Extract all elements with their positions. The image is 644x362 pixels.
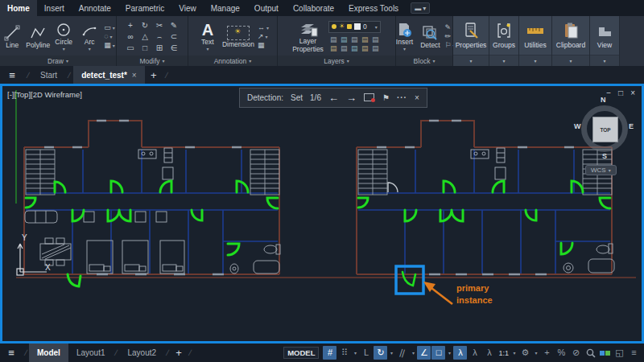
model-space-viewport[interactable]: Y X [-][Top][2D Wireframe] − □ × Detecti… [0, 84, 644, 343]
panel-label-block[interactable]: Block▾ [396, 56, 452, 66]
ribbon-tab-insert[interactable]: Insert [37, 0, 72, 16]
file-tab-menu-icon[interactable]: ≡ [0, 66, 24, 84]
chevron-down-icon[interactable]: ▾ [110, 35, 113, 39]
model-space-indicator[interactable]: MODEL [283, 347, 319, 359]
snap-toggle[interactable]: ⠿ [337, 346, 351, 360]
layer-tool-icon[interactable]: ▤ [361, 35, 369, 43]
tab-layout1[interactable]: Layout1 [68, 343, 114, 362]
customization-menu-icon[interactable]: ≡ [627, 346, 641, 360]
ribbon-tab-manage[interactable]: Manage [204, 0, 247, 16]
layer-tool-icon[interactable]: ▤ [341, 44, 348, 52]
panel-groups[interactable]: Groups ▾ [489, 16, 519, 66]
scale-icon[interactable]: □ [142, 43, 147, 52]
chevron-down-icon[interactable]: ▾ [446, 346, 452, 360]
offset-icon[interactable]: ⊂ [171, 32, 177, 41]
block-attrib-icon[interactable]: ✏ [444, 33, 451, 40]
ribbon-display-toggle[interactable]: ▬ ▾ [411, 2, 430, 14]
ortho-toggle[interactable]: L [359, 346, 373, 360]
viewcube-north[interactable]: N [601, 96, 606, 104]
hardware-acceleration-toggle[interactable] [598, 346, 612, 360]
line-button[interactable]: Line [1, 25, 23, 49]
chevron-down-icon[interactable]: ▾ [388, 346, 394, 360]
viewcube-west[interactable]: W [574, 122, 581, 130]
viewcube-south[interactable]: S [602, 152, 607, 160]
ribbon-tab-collaborate[interactable]: Collaborate [286, 0, 341, 16]
ribbon-tab-view[interactable]: View [171, 0, 204, 16]
chevron-down-icon[interactable]: ▾ [519, 55, 551, 66]
panel-utilities[interactable]: Utilities ▾ [519, 16, 552, 66]
chevron-down-icon[interactable]: ▾ [533, 346, 539, 360]
circle-button[interactable]: Circle ▾ [52, 22, 75, 51]
array-icon[interactable]: ⊞ [156, 43, 163, 52]
panel-properties[interactable]: Properties ▾ [453, 16, 489, 66]
chevron-down-icon[interactable]: ▾ [552, 55, 589, 66]
annotation-monitor-toggle[interactable]: + [540, 346, 554, 360]
ribbon-tab-annotate[interactable]: Annotate [72, 0, 118, 16]
panel-view[interactable]: View ▾ [590, 16, 620, 66]
tab-layout2[interactable]: Layout2 [119, 343, 164, 362]
primary-instance-box[interactable] [396, 266, 423, 294]
previous-instance-icon[interactable]: ← [328, 93, 339, 103]
insert-button[interactable]: Insert ▾ [393, 22, 415, 51]
detected-door-instances[interactable] [26, 181, 278, 286]
close-icon[interactable]: × [415, 93, 419, 102]
ribbon-tab-home[interactable]: Home [0, 0, 37, 16]
ribbon-tab-output[interactable]: Output [247, 0, 286, 16]
layer-tool-icon[interactable]: ▤ [361, 44, 369, 52]
panel-label-annotation[interactable]: Annotation▾ [188, 56, 277, 66]
detected-door-instances[interactable] [358, 181, 610, 254]
review-monitor-icon[interactable] [364, 93, 375, 102]
viewcube-east[interactable]: E [629, 122, 634, 130]
layer-tool-icon[interactable]: ▤ [341, 35, 348, 43]
rectangle-icon[interactable]: ▭ [104, 24, 111, 31]
trim-icon[interactable]: ✂ [156, 21, 163, 30]
chevron-down-icon[interactable]: ▾ [266, 26, 269, 31]
panel-clipboard[interactable]: Clipboard ▾ [552, 16, 590, 66]
viewcube-top-face[interactable]: TOP [592, 117, 618, 142]
linear-dim-icon[interactable]: ↔ [258, 24, 265, 31]
isolate-objects-toggle[interactable]: ⊘ [569, 346, 583, 360]
flag-icon[interactable]: ⚑ [382, 93, 390, 102]
layer-tool-icon[interactable]: ▤ [351, 35, 358, 43]
hatch-icon[interactable]: ▦ [104, 42, 111, 49]
magnifier-icon[interactable] [584, 346, 597, 360]
layer-dropdown[interactable]: ☀ 0 ▾ [328, 21, 381, 33]
chevron-down-icon[interactable]: ▾ [590, 55, 619, 66]
leader-icon[interactable]: ↗ [258, 33, 264, 40]
chevron-down-icon[interactable]: ▾ [489, 55, 518, 66]
block-flag-icon[interactable]: ⚐ [444, 42, 451, 49]
selection-cycling-toggle[interactable]: % [555, 346, 568, 360]
mirror-icon[interactable]: △ [142, 32, 148, 41]
copy-icon[interactable]: ∞ [127, 32, 133, 41]
chevron-down-icon[interactable]: ▾ [266, 35, 268, 39]
panel-label-modify[interactable]: Modify▾ [117, 56, 188, 66]
close-icon[interactable]: × [132, 71, 137, 80]
annotation-scale-value[interactable]: 1:1 [497, 349, 510, 357]
layout-menu-icon[interactable]: ≡ [0, 343, 23, 362]
move-icon[interactable]: + [128, 21, 133, 30]
clean-screen-toggle[interactable]: ◱ [613, 346, 626, 360]
ribbon-tab-express-tools[interactable]: Express Tools [341, 0, 406, 16]
rotate-icon[interactable]: ↻ [142, 21, 148, 30]
layer-tool-icon[interactable]: ▤ [330, 44, 337, 52]
chevron-down-icon[interactable]: ▾ [511, 346, 518, 360]
polar-tracking-toggle[interactable]: ↻ [374, 346, 387, 360]
detect-button[interactable]: Detect [419, 25, 441, 49]
object-snap-tracking-toggle[interactable]: ∠ [417, 346, 431, 360]
layer-tool-icon[interactable]: ▤ [372, 44, 379, 52]
tab-model[interactable]: Model [29, 343, 68, 362]
table-icon[interactable]: ▦ [258, 42, 265, 49]
block-edit-icon[interactable]: ✎ [444, 24, 451, 31]
chevron-down-icon[interactable]: ▾ [410, 346, 416, 360]
arc-button[interactable]: Arc ▾ [78, 22, 101, 51]
file-tab-detect-test[interactable]: detect_test* × [73, 66, 145, 84]
more-options-icon[interactable]: ··· [397, 93, 407, 102]
polyline-button[interactable]: Polyline [27, 25, 49, 49]
next-instance-icon[interactable]: → [346, 93, 357, 103]
erase-icon[interactable]: ✎ [171, 21, 177, 30]
fillet-icon[interactable]: ⌢ [157, 32, 163, 42]
annotation-visibility-toggle[interactable]: λ [453, 346, 467, 360]
isodraft-toggle[interactable]: || [395, 346, 409, 360]
ribbon-tab-parametric[interactable]: Parametric [118, 0, 171, 16]
chevron-down-icon[interactable]: ▾ [453, 55, 489, 66]
